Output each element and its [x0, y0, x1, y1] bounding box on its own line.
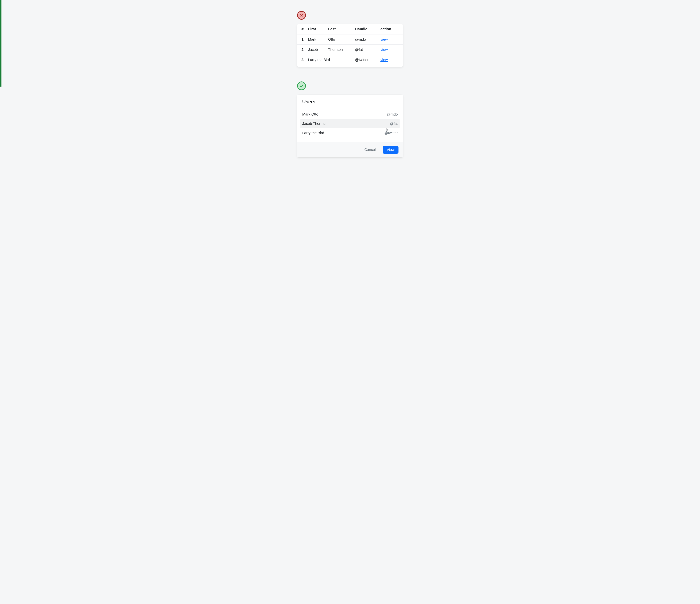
user-name: Mark Otto [302, 112, 318, 117]
user-row[interactable]: Jacob Thornton @fat [300, 119, 400, 128]
col-header-last: Last [326, 24, 353, 34]
user-handle: @fat [390, 122, 398, 126]
user-handle: @mdo [387, 112, 398, 117]
col-header-first: First [306, 24, 326, 34]
user-row[interactable]: Mark Otto @mdo [302, 110, 398, 119]
users-table: # First Last Handle action 1 Mark Otto @… [297, 24, 403, 65]
bad-example-section: # First Last Handle action 1 Mark Otto @… [297, 11, 403, 67]
cell-handle: @mdo [353, 34, 378, 45]
cell-last: Otto [326, 34, 353, 45]
row-idx: 3 [297, 55, 306, 65]
row-idx: 2 [297, 45, 306, 55]
check-icon [297, 81, 306, 90]
good-example-section: Users Mark Otto @mdo Jacob Thornton @fat… [297, 81, 403, 157]
cell-first: Jacob [306, 45, 326, 55]
col-header-idx: # [297, 24, 306, 34]
table-row: 3 Larry the Bird @twitter view [297, 55, 403, 65]
col-header-action: action [378, 24, 403, 34]
user-handle: @twitter [384, 131, 398, 135]
user-name: Larry the Bird [302, 131, 324, 135]
view-button[interactable]: View [383, 146, 399, 154]
users-table-card: # First Last Handle action 1 Mark Otto @… [297, 24, 403, 67]
col-header-handle: Handle [353, 24, 378, 34]
left-accent-bar [0, 0, 1, 86]
users-card: Users Mark Otto @mdo Jacob Thornton @fat… [297, 95, 403, 157]
x-icon [297, 11, 306, 20]
view-link[interactable]: view [380, 58, 388, 62]
cell-handle: @fat [353, 45, 378, 55]
user-row[interactable]: Larry the Bird @twitter [302, 128, 398, 137]
card-footer: Cancel View [297, 142, 403, 157]
cell-handle: @twitter [353, 55, 378, 65]
view-link[interactable]: view [380, 37, 388, 41]
user-name: Jacob Thornton [302, 122, 328, 126]
table-row: 2 Jacob Thornton @fat view [297, 45, 403, 55]
row-idx: 1 [297, 34, 306, 45]
table-row: 1 Mark Otto @mdo view [297, 34, 403, 45]
cancel-button[interactable]: Cancel [360, 146, 380, 154]
card-title: Users [302, 99, 398, 105]
cell-last: Thornton [326, 45, 353, 55]
cell-name-span: Larry the Bird [306, 55, 353, 65]
cell-first: Mark [306, 34, 326, 45]
view-link[interactable]: view [380, 48, 388, 52]
